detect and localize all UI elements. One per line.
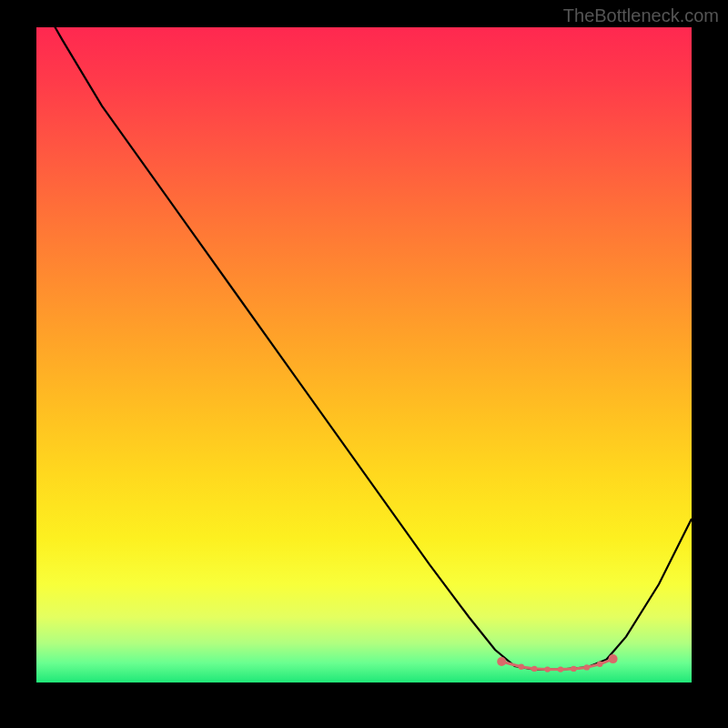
chart-svg [36,27,692,682]
marker-dot [609,654,618,663]
watermark-text: TheBottleneck.com [563,5,719,26]
marker-dot [531,666,537,672]
marker-dot [597,662,602,667]
marker-dot [571,666,576,672]
plot-area [36,27,692,682]
marker-dot [584,664,590,670]
marker-dot [519,664,524,670]
optimal-range-markers [497,654,617,672]
marker-dot [558,666,563,672]
bottleneck-curve-line [36,27,692,670]
marker-dot [497,657,506,666]
marker-dot [544,666,550,672]
